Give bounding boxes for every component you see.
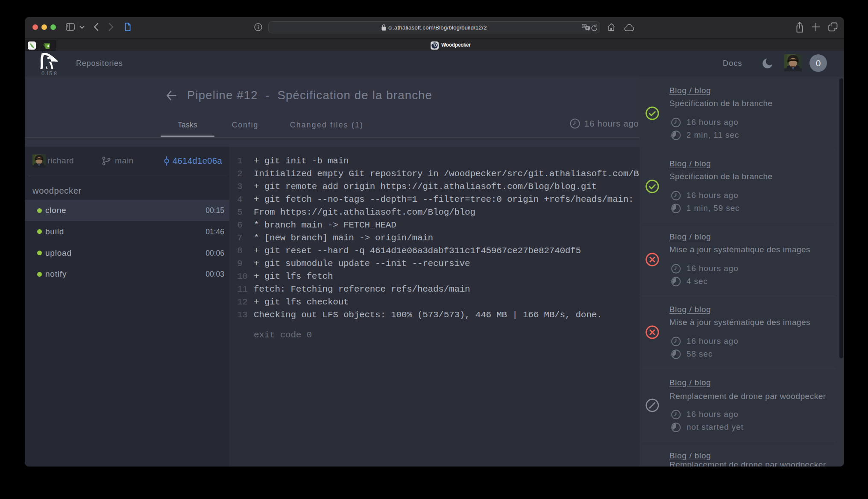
svg-text:A: A [583, 24, 585, 28]
